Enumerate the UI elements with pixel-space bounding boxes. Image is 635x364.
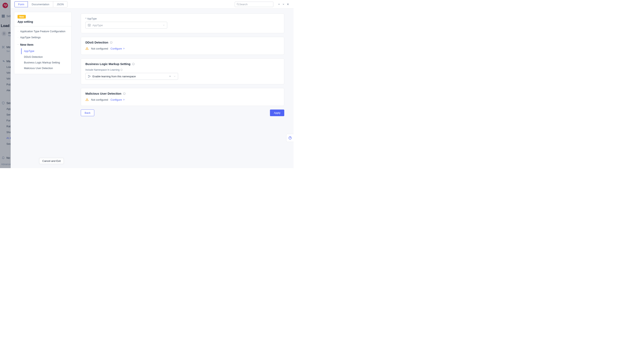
chevron-up-icon <box>278 3 280 6</box>
chevron-down-icon <box>282 3 285 6</box>
warning-icon <box>86 98 89 101</box>
caret-down-icon <box>18 44 19 45</box>
svg-point-23 <box>90 76 91 77</box>
apptype-placeholder: AppType <box>93 24 161 27</box>
outline-sub-item[interactable]: DDoS Detection <box>16 54 70 60</box>
nav-group-label: No <box>7 156 10 160</box>
form-main: * AppType AppType DDoS Detection Not con… <box>72 9 294 168</box>
chevron-right-icon <box>123 47 125 50</box>
svg-rect-3 <box>4 15 5 16</box>
svg-point-21 <box>88 75 89 76</box>
section-title-text: Business Logic Markup Setting <box>86 62 130 66</box>
mesh-icon <box>2 46 5 49</box>
section-title-text: DDoS Detection <box>86 41 108 44</box>
help-fab[interactable] <box>286 134 294 142</box>
ddos-status-text: Not configured <box>91 47 108 50</box>
modal-topbar: Form Documentation JSON <box>11 0 294 9</box>
f5-logo-icon <box>2 2 8 8</box>
shield-icon <box>2 102 5 105</box>
outline-item-label: New Item <box>20 42 34 47</box>
outline-sub-item-active[interactable]: AppType <box>21 48 70 54</box>
grid-icon <box>2 14 5 18</box>
warning-icon <box>86 47 89 50</box>
next-result-button[interactable] <box>281 2 285 6</box>
configure-text: Configure <box>111 47 122 50</box>
close-icon <box>169 75 171 77</box>
nav-group-label: Ma <box>7 60 10 63</box>
form-outline: New App setting Application Type Feature… <box>14 12 72 74</box>
mud-configure-link[interactable]: Configure <box>111 98 125 101</box>
user-block: D de Na <box>2 31 11 37</box>
mud-status-text: Not configured <box>91 98 108 101</box>
ddos-card: DDoS Detection Not configured Configure <box>81 37 284 55</box>
wrench-icon <box>2 60 5 63</box>
ddos-title-row: DDoS Detection <box>86 41 280 44</box>
blms-title-row: Business Logic Markup Setting <box>86 62 280 66</box>
mud-status-row: Not configured Configure <box>86 98 280 101</box>
chevron-down-icon <box>163 24 165 26</box>
apptype-select[interactable]: AppType <box>86 22 167 28</box>
required-asterisk: * <box>86 17 87 20</box>
search-input-wrapper[interactable] <box>235 2 273 7</box>
ddos-status-row: Not configured Configure <box>86 47 280 50</box>
svg-rect-2 <box>3 15 4 16</box>
svg-point-14 <box>237 3 239 5</box>
outline-sub-item[interactable]: Malicious User Detection <box>16 66 70 71</box>
close-icon <box>287 3 289 6</box>
ddos-configure-link[interactable]: Configure <box>111 47 125 50</box>
namespace-learning-label: Include Namespace In Learning <box>86 68 280 71</box>
avatar: D <box>2 31 7 36</box>
search-input[interactable] <box>239 3 272 6</box>
branches-icon <box>88 75 91 78</box>
info-icon[interactable] <box>132 62 135 66</box>
chevron-right-icon <box>123 98 125 101</box>
outline-item[interactable]: AppType Settings <box>16 34 70 40</box>
info-icon[interactable] <box>120 69 123 71</box>
namespace-learning-select[interactable]: Enable learning from this namespace <box>86 73 178 80</box>
tab-json[interactable]: JSON <box>53 2 68 7</box>
outline-sub-item[interactable]: Business Logic Markup Setting <box>16 60 70 66</box>
prev-result-button[interactable] <box>277 2 281 6</box>
select-service-text: Sel <box>7 14 11 18</box>
apply-button[interactable]: Apply <box>270 110 284 116</box>
bell-icon <box>2 156 5 160</box>
tab-form[interactable]: Form <box>15 2 28 7</box>
form-outline-header: New App setting <box>14 12 71 26</box>
tab-documentation[interactable]: Documentation <box>28 2 53 7</box>
info-icon[interactable] <box>123 92 126 95</box>
namespace-learning-value: Enable learning from this namespace <box>93 75 167 78</box>
field-label-text: Include Namespace In Learning <box>86 68 120 71</box>
svg-rect-5 <box>3 16 4 16</box>
svg-rect-8 <box>3 17 4 18</box>
search-icon <box>237 3 239 6</box>
outline-item-expanded[interactable]: New Item <box>16 40 70 48</box>
advanced-link[interactable]: Advance <box>1 163 11 166</box>
view-tabs: Form Documentation JSON <box>14 1 68 8</box>
svg-point-15 <box>18 31 18 32</box>
svg-rect-9 <box>4 17 5 18</box>
apptype-label: * AppType <box>86 17 280 20</box>
config-modal: Form Documentation JSON New App set <box>11 0 294 168</box>
svg-point-22 <box>88 77 89 78</box>
outline-item-label: AppType Settings <box>20 36 41 39</box>
form-outline-title: App setting <box>18 20 68 23</box>
cancel-exit-button[interactable]: Cancel and Exit <box>39 158 64 164</box>
clear-selection-button[interactable] <box>168 75 172 77</box>
field-label-text: AppType <box>87 17 97 20</box>
bullet-icon <box>18 31 19 32</box>
new-badge: New <box>18 15 26 18</box>
svg-point-16 <box>18 37 18 38</box>
svg-rect-6 <box>4 16 5 16</box>
nav-arrows <box>276 2 290 6</box>
outline-item[interactable]: Application Type Feature Configuration <box>16 28 70 34</box>
section-title-text: Malicious User Detection <box>86 92 121 95</box>
blms-card: Business Logic Markup Setting Include Na… <box>81 58 284 84</box>
close-button[interactable] <box>286 2 290 6</box>
svg-rect-4 <box>2 16 3 16</box>
configure-text: Configure <box>111 98 122 101</box>
help-icon <box>288 136 292 140</box>
nav-group-label: Me <box>7 46 10 49</box>
info-icon[interactable] <box>110 41 113 44</box>
chevron-down-icon <box>174 75 176 78</box>
back-button[interactable]: Back <box>81 110 94 116</box>
